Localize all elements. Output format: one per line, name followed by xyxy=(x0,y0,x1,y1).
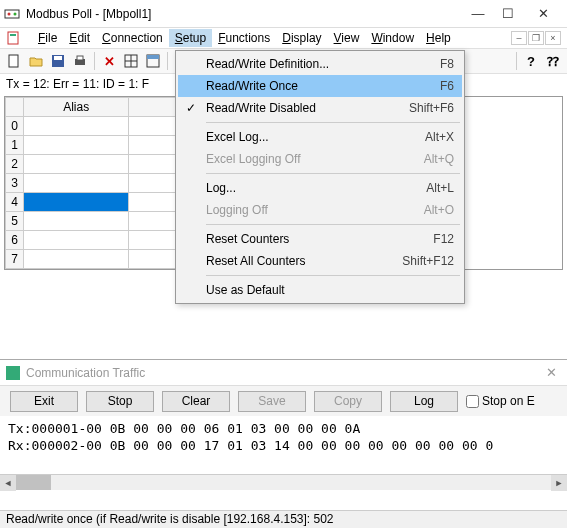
row-header[interactable]: 1 xyxy=(6,136,24,155)
mdi-restore-button[interactable]: ❐ xyxy=(528,31,544,45)
cell-alias[interactable] xyxy=(23,250,129,269)
menu-item-logging-off: Logging OffAlt+O xyxy=(178,199,462,221)
stop-on-checkbox[interactable]: Stop on E xyxy=(466,394,535,408)
comm-data: Tx:000001-00 0B 00 00 00 06 01 03 00 00 … xyxy=(0,416,567,508)
whatsthis-icon[interactable]: ⁇ xyxy=(543,51,563,71)
grid2-icon[interactable] xyxy=(143,51,163,71)
check-icon: ✓ xyxy=(186,101,196,115)
menu-item-read-write-definition[interactable]: Read/Write Definition...F8 xyxy=(178,53,462,75)
svg-rect-0 xyxy=(5,10,19,18)
menu-item-accel: F12 xyxy=(433,232,454,246)
maximize-button[interactable]: ☐ xyxy=(493,4,523,24)
scroll-track[interactable] xyxy=(16,475,551,490)
menu-view[interactable]: View xyxy=(328,29,366,47)
row-header[interactable]: 4 xyxy=(6,193,24,212)
grid1-icon[interactable] xyxy=(121,51,141,71)
menu-item-label: Reset All Counters xyxy=(206,254,402,268)
menu-item-reset-counters[interactable]: Reset CountersF12 xyxy=(178,228,462,250)
delete-icon[interactable]: ✕ xyxy=(99,51,119,71)
svg-rect-7 xyxy=(54,56,62,60)
menu-connection[interactable]: Connection xyxy=(96,29,169,47)
cell-alias[interactable] xyxy=(23,174,129,193)
save-button[interactable]: Save xyxy=(238,391,306,412)
row-header[interactable]: 2 xyxy=(6,155,24,174)
menu-help[interactable]: Help xyxy=(420,29,457,47)
menu-functions[interactable]: Functions xyxy=(212,29,276,47)
row-header[interactable]: 0 xyxy=(6,117,24,136)
menu-item-accel: Shift+F6 xyxy=(409,101,454,115)
menu-separator xyxy=(206,173,460,174)
cell-alias[interactable] xyxy=(23,117,129,136)
grid-corner xyxy=(6,98,24,117)
scroll-left-icon[interactable]: ◄ xyxy=(0,475,16,491)
menu-item-accel: Shift+F12 xyxy=(402,254,454,268)
menu-item-use-as-default[interactable]: Use as Default xyxy=(178,279,462,301)
doc-icon xyxy=(6,30,22,46)
window-titlebar: Modbus Poll - [Mbpoll1] — ☐ ✕ xyxy=(0,0,567,28)
exit-button[interactable]: Exit xyxy=(10,391,78,412)
minimize-button[interactable]: — xyxy=(463,4,493,24)
mdi-minimize-button[interactable]: – xyxy=(511,31,527,45)
cell-alias[interactable] xyxy=(23,155,129,174)
menu-item-accel: Alt+O xyxy=(424,203,454,217)
menu-separator xyxy=(206,122,460,123)
open-icon[interactable] xyxy=(26,51,46,71)
menu-item-log[interactable]: Log...Alt+L xyxy=(178,177,462,199)
svg-rect-3 xyxy=(8,32,18,44)
row-header[interactable]: 6 xyxy=(6,231,24,250)
window-title: Modbus Poll - [Mbpoll1] xyxy=(26,7,463,21)
cell-alias[interactable] xyxy=(23,212,129,231)
row-header[interactable]: 3 xyxy=(6,174,24,193)
mdi-controls: – ❐ × xyxy=(510,31,561,45)
save-icon[interactable] xyxy=(48,51,68,71)
menu-item-read-write-once[interactable]: Read/Write OnceF6 xyxy=(178,75,462,97)
menu-item-accel: Alt+L xyxy=(426,181,454,195)
log-button[interactable]: Log xyxy=(390,391,458,412)
horizontal-scrollbar[interactable]: ◄ ► xyxy=(0,474,567,490)
setup-menu-dropdown: Read/Write Definition...F8Read/Write Onc… xyxy=(175,50,465,304)
menu-item-label: Logging Off xyxy=(206,203,424,217)
menu-item-read-write-disabled[interactable]: ✓Read/Write DisabledShift+F6 xyxy=(178,97,462,119)
menu-item-accel: F8 xyxy=(440,57,454,71)
row-header[interactable]: 5 xyxy=(6,212,24,231)
copy-button[interactable]: Copy xyxy=(314,391,382,412)
menu-item-accel: Alt+X xyxy=(425,130,454,144)
menu-window[interactable]: Window xyxy=(365,29,420,47)
menu-item-reset-all-counters[interactable]: Reset All CountersShift+F12 xyxy=(178,250,462,272)
comm-icon xyxy=(6,366,20,380)
menu-item-label: Log... xyxy=(206,181,426,195)
scroll-thumb[interactable] xyxy=(16,475,51,490)
svg-rect-9 xyxy=(77,56,83,60)
menu-file[interactable]: File xyxy=(32,29,63,47)
menu-separator xyxy=(206,224,460,225)
svg-point-1 xyxy=(8,12,11,15)
cell-alias[interactable] xyxy=(23,193,129,212)
menu-item-accel: Alt+Q xyxy=(424,152,454,166)
menu-item-label: Read/Write Definition... xyxy=(206,57,440,71)
svg-rect-14 xyxy=(147,55,159,59)
menu-separator xyxy=(206,275,460,276)
close-button[interactable]: ✕ xyxy=(523,4,563,24)
menu-item-excel-log[interactable]: Excel Log...Alt+X xyxy=(178,126,462,148)
help-icon[interactable]: ? xyxy=(521,51,541,71)
new-icon[interactable] xyxy=(4,51,24,71)
comm-buttons-row: Exit Stop Clear Save Copy Log Stop on E xyxy=(0,386,567,416)
menu-item-accel: F6 xyxy=(440,79,454,93)
clear-button[interactable]: Clear xyxy=(162,391,230,412)
menu-item-label: Read/Write Disabled xyxy=(206,101,409,115)
menu-edit[interactable]: Edit xyxy=(63,29,96,47)
comm-title: Communication Traffic xyxy=(26,366,542,380)
col-alias[interactable]: Alias xyxy=(23,98,129,117)
menu-display[interactable]: Display xyxy=(276,29,327,47)
mdi-close-button[interactable]: × xyxy=(545,31,561,45)
cell-alias[interactable] xyxy=(23,136,129,155)
cell-alias[interactable] xyxy=(23,231,129,250)
print-icon[interactable] xyxy=(70,51,90,71)
menu-item-excel-logging-off: Excel Logging OffAlt+Q xyxy=(178,148,462,170)
scroll-right-icon[interactable]: ► xyxy=(551,475,567,491)
stop-button[interactable]: Stop xyxy=(86,391,154,412)
comm-traffic-panel: Communication Traffic ✕ Exit Stop Clear … xyxy=(0,359,567,508)
comm-close-button[interactable]: ✕ xyxy=(542,365,561,380)
menu-setup[interactable]: Setup xyxy=(169,29,212,47)
row-header[interactable]: 7 xyxy=(6,250,24,269)
